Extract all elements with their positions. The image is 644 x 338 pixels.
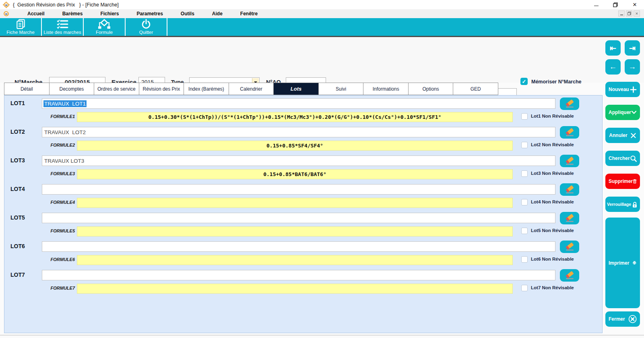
verrouillage-label: Verrouillage — [607, 202, 631, 207]
eraser-button[interactable] — [560, 183, 579, 196]
nouveau-button[interactable]: Nouveau — [605, 82, 640, 97]
mdi-minimize-button[interactable] — [618, 10, 625, 17]
toolbar-button-label: Fiche Marche — [6, 30, 35, 35]
tab[interactable]: Index (Barémes) — [184, 83, 229, 95]
chercher-button[interactable]: Chercher — [605, 151, 640, 166]
chercher-label: Chercher — [609, 156, 630, 161]
eraser-button[interactable] — [560, 269, 579, 282]
fiche-marche-button[interactable]: Fiche Marche — [0, 18, 42, 36]
form-header: N°Marche 002/2015 Exercice 2015 Type N°A… — [0, 37, 644, 83]
first-record-button[interactable]: ⇤ — [605, 40, 621, 56]
formule-input[interactable]: 0.15+0.30*(S*(1+ChTp))/(S°*(1+ChTp°))+0.… — [77, 112, 513, 122]
menu-item[interactable]: Fichiers — [91, 9, 128, 18]
menu-item[interactable]: Aide — [203, 9, 231, 18]
formule-value: 0.15+0.85*SF4/SF4° — [266, 143, 323, 149]
checklist-icon — [56, 19, 68, 30]
trash-icon — [633, 178, 637, 185]
eraser-button[interactable] — [560, 155, 579, 167]
menu-item[interactable]: Outils — [172, 9, 203, 18]
close-button[interactable]: ✕ — [631, 1, 638, 8]
eraser-button[interactable] — [560, 97, 579, 110]
menu-item[interactable]: Parametres — [128, 9, 171, 18]
lot-non-revisable-checkbox[interactable] — [521, 142, 528, 148]
tab[interactable]: Lots — [273, 83, 319, 95]
tab-label: Ordres de service — [97, 86, 136, 92]
lot-name-input[interactable] — [42, 184, 555, 195]
fermer-label: Fermer — [609, 316, 625, 322]
lot-name-input[interactable] — [42, 241, 555, 252]
verrouillage-button[interactable]: Verrouillage — [605, 197, 640, 212]
minimize-button[interactable] — [592, 1, 600, 8]
memoriser-checkbox[interactable] — [520, 78, 528, 85]
circled-x-icon — [628, 314, 637, 324]
lot-name-input[interactable] — [42, 270, 555, 280]
lot-block: LOT5 FORMULE5 — [4, 212, 602, 241]
lot-non-revisable-label: Lot6 Non Révisable — [531, 257, 574, 261]
liste-des-marches-button[interactable]: Liste des marches — [42, 18, 84, 36]
tab-label: Calendrier — [240, 86, 262, 92]
supprimer-label: Supprimer — [609, 178, 633, 184]
mdi-restore-button[interactable] — [626, 10, 632, 17]
menu-item[interactable]: Accueil — [19, 9, 54, 18]
formule-input[interactable] — [77, 226, 513, 236]
maximize-restore-button[interactable] — [612, 1, 619, 8]
formule-label: FORMULE6 — [29, 257, 75, 262]
tab[interactable]: Ordres de service — [94, 83, 139, 95]
lot-non-revisable-checkbox[interactable] — [521, 199, 528, 205]
previous-record-button[interactable]: ← — [605, 59, 621, 75]
supprimer-button[interactable]: Supprimer — [605, 174, 640, 189]
lot-name-text — [43, 218, 45, 218]
tab[interactable]: Suivi — [318, 83, 364, 95]
last-record-button[interactable]: ⇥ — [625, 40, 640, 56]
tab[interactable]: Informations — [363, 83, 409, 95]
appliquer-button[interactable]: Appliquer — [605, 105, 640, 120]
tab-label: Index (Barémes) — [188, 86, 224, 92]
formule-label: FORMULE5 — [29, 228, 75, 233]
menu-item[interactable]: Barèmes — [54, 9, 92, 18]
lot-block: LOT6 FORMULE6 — [4, 241, 602, 269]
document-pages-icon — [15, 19, 26, 30]
tab[interactable]: Révision des Prix — [139, 83, 184, 95]
lot-label: LOT1 — [10, 100, 25, 106]
nav-arrow-icon: ← — [609, 62, 617, 71]
lot-name-input[interactable]: TRAVAUX LOT2 — [42, 127, 555, 137]
lot-non-revisable-checkbox[interactable] — [521, 113, 528, 120]
tab[interactable]: Options — [408, 83, 454, 95]
eraser-button[interactable] — [560, 126, 579, 139]
mdi-close-button[interactable]: ✕ — [634, 10, 640, 17]
formule-input[interactable]: 0.15+0.85*SF4/SF4° — [77, 141, 513, 151]
formule-value: 0.15+0.85*BAT6/BAT6° — [263, 171, 326, 177]
tab-bar: Détail Decomptes Ordres de service Révis… — [4, 83, 498, 95]
application-window: w { Gestion Révision des Prix } - [Fiche… — [0, 0, 644, 338]
lot-name-input[interactable] — [42, 213, 555, 223]
formule-button[interactable]: Formule — [84, 18, 126, 36]
imprimer-button[interactable]: Imprimer — [605, 218, 640, 308]
tab[interactable]: Calendrier — [229, 83, 274, 95]
eraser-button[interactable] — [560, 212, 579, 224]
lot-name-input[interactable]: TRAVAUX LOT1 — [42, 98, 555, 109]
formule-label: FORMULE7 — [29, 286, 75, 290]
tab[interactable]: GED — [453, 83, 498, 95]
lot-non-revisable-checkbox[interactable] — [521, 285, 528, 291]
tab[interactable]: Détail — [4, 83, 50, 95]
printer-icon — [632, 259, 637, 267]
tab[interactable]: Decomptes — [49, 83, 95, 95]
menu-item[interactable]: Fenêtre — [231, 9, 266, 18]
eraser-button[interactable] — [560, 241, 579, 253]
lot-non-revisable-label: Lot3 Non Révisable — [531, 171, 574, 176]
next-record-button[interactable]: → — [625, 59, 640, 75]
tab-label: Révision des Prix — [143, 86, 180, 92]
annuler-button[interactable]: Annuler — [605, 128, 640, 143]
formule-input[interactable] — [77, 284, 513, 294]
formule-input[interactable] — [77, 198, 513, 208]
quitter-button[interactable]: Quitter — [126, 18, 167, 36]
fermer-button[interactable]: Fermer — [605, 311, 640, 327]
lot-non-revisable-checkbox[interactable] — [521, 256, 528, 263]
lot-block: LOT1 TRAVAUX LOT1 FORMULE1 0.15+0.3 — [4, 97, 602, 126]
formule-input[interactable] — [77, 255, 513, 265]
lot-non-revisable-checkbox[interactable] — [521, 170, 528, 177]
lot-non-revisable-checkbox[interactable] — [521, 228, 528, 234]
lot-name-input[interactable]: TRAVAUX LOT3 — [42, 156, 555, 166]
lot-label: LOT3 — [10, 157, 25, 164]
formule-input[interactable]: 0.15+0.85*BAT6/BAT6° — [77, 169, 513, 179]
